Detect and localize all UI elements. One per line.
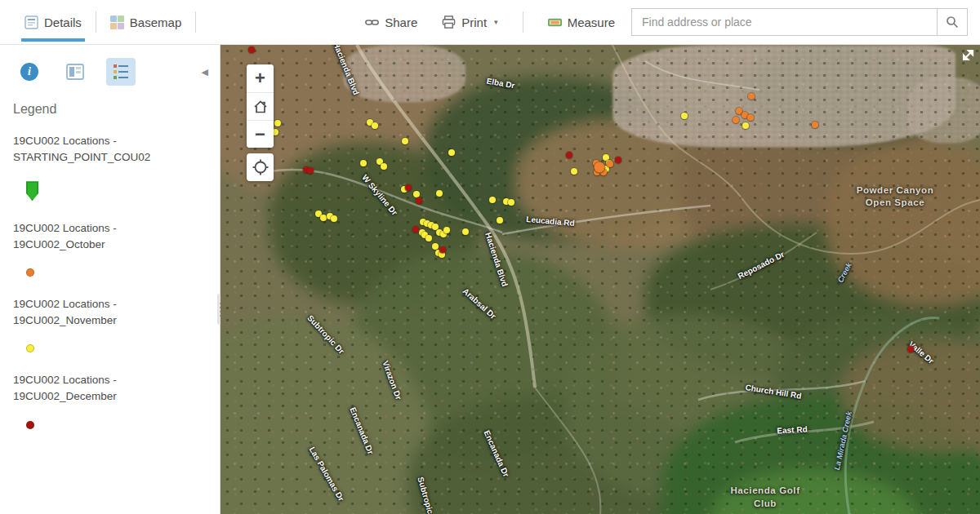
map-point-november[interactable] [432,243,439,250]
measure-icon [548,16,562,29]
map-point-november[interactable] [425,235,432,241]
map-point-november[interactable] [681,113,688,119]
map-point-october[interactable] [747,114,754,121]
locate-icon [252,158,270,176]
map-point-october[interactable] [812,122,818,128]
tab-about[interactable]: i [15,58,44,86]
search-input[interactable] [632,9,937,35]
map-point-december[interactable] [907,346,914,352]
map-point-december[interactable] [405,184,412,191]
toolbar-divider [195,11,196,33]
info-icon: i [20,63,38,81]
map-point-november[interactable] [274,120,281,126]
collapse-panel-arrow[interactable]: ◀ [202,67,208,78]
tab-legend[interactable] [106,58,136,86]
legend-layer-december: 19CU002 Locations - 19CU002_December [0,359,220,435]
toolbar-divider [523,11,523,33]
orange-dot-symbol [26,268,34,277]
map-point-december[interactable] [412,226,419,233]
legend-layer-october: 19CU002 Locations - 19CU002_October [0,207,220,283]
print-icon [442,16,456,29]
map-point-november[interactable] [508,199,514,206]
home-icon [252,99,269,115]
map-point-november[interactable] [381,163,387,170]
legend-layer-november: 19CU002 Locations - 19CU002_November [0,283,220,359]
tab-content[interactable] [60,58,90,86]
map-canvas[interactable]: Hacienda BlvdElba DrW Skyline DrLeucadia… [220,45,980,514]
share-link-icon [365,16,379,29]
zoom-out-button[interactable]: − [247,120,274,148]
content-icon [65,63,85,81]
share-button[interactable]: Share [363,11,419,34]
map-point-november[interactable] [436,190,443,197]
details-sidebar: i ◀ Legend 19CU002 Locations - STARTING [0,45,220,514]
toolbar-divider [96,11,96,33]
basemap-label: Basemap [130,16,181,29]
green-pin-symbol [26,181,38,201]
search-submit-button[interactable] [937,9,967,35]
locate-button[interactable] [247,153,274,181]
map-point-december[interactable] [439,246,446,253]
print-button[interactable]: Print ▾ [440,11,499,34]
map-point-october[interactable] [733,117,739,123]
layer-title: 19CU002 Locations - 19CU002_October [13,220,205,252]
map-point-november[interactable] [402,138,408,144]
expand-map-button[interactable] [961,48,975,65]
expand-icon [961,48,975,62]
legend-icon [111,63,131,81]
details-tab[interactable]: Details [23,11,83,34]
map-point-november[interactable] [462,228,469,235]
search-bar [631,8,968,36]
measure-label: Measure [568,16,615,29]
map-point-november[interactable] [372,122,378,129]
legend-layer-starting-point: 19CU002 Locations - STARTING_POINT_COU02 [0,120,220,207]
left-toolbar-group: Details Basemap [23,11,208,34]
map-point-october[interactable] [607,161,613,167]
search-icon [946,16,959,29]
map-point-december[interactable] [416,197,422,204]
print-dropdown-caret: ▾ [494,18,498,26]
legend-title: Legend [0,94,220,120]
layer-title: 19CU002 Locations - 19CU002_December [13,372,205,404]
zoom-in-button[interactable]: + [247,64,274,92]
dark-red-dot-symbol [26,421,34,429]
layer-title: 19CU002 Locations - STARTING_POINT_COU02 [13,133,205,165]
home-button[interactable] [247,92,274,120]
map-point-november[interactable] [443,227,450,233]
center-toolbar-group: Share Print ▾ Measure [363,11,617,34]
basemap-icon [110,16,124,29]
map-point-november[interactable] [497,217,503,224]
map-point-december[interactable] [307,167,314,174]
map-controls: + − [247,64,274,181]
top-toolbar: Details Basemap Share Prin [0,0,980,45]
details-icon [24,16,38,29]
basemap-button[interactable]: Basemap [109,11,183,34]
map-point-december[interactable] [566,152,572,158]
map-point-october[interactable] [595,162,605,173]
sidebar-tab-bar: i ◀ [0,45,220,94]
measure-button[interactable]: Measure [546,11,617,34]
map-points-layer [220,45,980,514]
map-point-november[interactable] [331,215,337,222]
map-point-november[interactable] [448,149,455,156]
map-point-december[interactable] [615,157,621,163]
map-point-november[interactable] [742,122,749,129]
map-point-october[interactable] [748,93,755,100]
map-point-november[interactable] [413,191,420,197]
yellow-dot-symbol [26,344,34,352]
share-label: Share [385,16,417,29]
map-point-november[interactable] [320,215,327,221]
print-label: Print [461,16,487,29]
details-label: Details [44,16,82,29]
layer-title: 19CU002 Locations - 19CU002_November [13,296,205,328]
map-point-december[interactable] [248,47,255,53]
map-point-november[interactable] [360,160,367,166]
map-point-november[interactable] [489,197,496,203]
map-point-november[interactable] [571,168,577,175]
